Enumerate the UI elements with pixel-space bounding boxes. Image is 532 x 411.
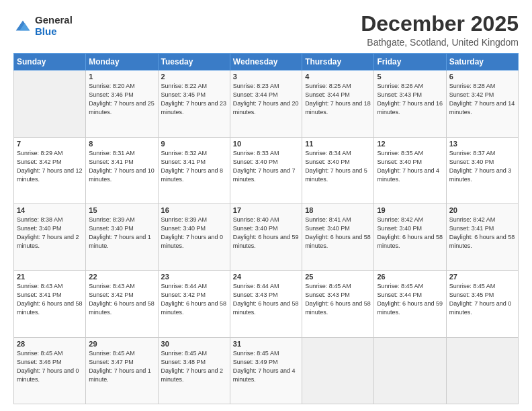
day-number: 11	[305, 140, 371, 148]
cell-w5-d2: 29Sunrise: 8:45 AMSunset: 3:47 PMDayligh…	[86, 337, 158, 404]
cell-w1-d1	[14, 71, 86, 137]
main-title: December 2025	[361, 12, 519, 36]
header-monday: Monday	[86, 54, 158, 71]
day-number: 19	[377, 206, 443, 214]
week-row-4: 21Sunrise: 8:43 AMSunset: 3:41 PMDayligh…	[14, 271, 519, 337]
day-number: 18	[305, 206, 371, 214]
day-number: 5	[377, 73, 443, 81]
cell-w1-d6: 5Sunrise: 8:26 AMSunset: 3:43 PMDaylight…	[374, 71, 446, 137]
day-number: 13	[449, 140, 515, 148]
day-info: Sunrise: 8:39 AMSunset: 3:40 PMDaylight:…	[89, 216, 154, 250]
day-number: 12	[377, 140, 443, 148]
header-wednesday: Wednesday	[230, 54, 302, 71]
day-number: 22	[89, 273, 154, 281]
header-friday: Friday	[374, 54, 446, 71]
logo-general-text: General	[35, 15, 73, 26]
cell-w1-d7: 6Sunrise: 8:28 AMSunset: 3:42 PMDaylight…	[446, 71, 518, 137]
cell-w3-d1: 14Sunrise: 8:38 AMSunset: 3:40 PMDayligh…	[14, 203, 86, 270]
cell-w4-d6: 26Sunrise: 8:45 AMSunset: 3:44 PMDayligh…	[374, 271, 446, 337]
cell-w2-d3: 9Sunrise: 8:32 AMSunset: 3:41 PMDaylight…	[158, 137, 230, 203]
day-info: Sunrise: 8:37 AMSunset: 3:40 PMDaylight:…	[449, 149, 515, 184]
calendar-table: Sunday Monday Tuesday Wednesday Thursday…	[13, 53, 519, 404]
day-info: Sunrise: 8:20 AMSunset: 3:46 PMDaylight:…	[89, 82, 154, 117]
cell-w2-d1: 7Sunrise: 8:29 AMSunset: 3:42 PMDaylight…	[14, 137, 86, 203]
cell-w4-d3: 23Sunrise: 8:44 AMSunset: 3:42 PMDayligh…	[158, 271, 230, 337]
cell-w4-d2: 22Sunrise: 8:43 AMSunset: 3:42 PMDayligh…	[86, 271, 158, 337]
calendar-body: 1Sunrise: 8:20 AMSunset: 3:46 PMDaylight…	[14, 71, 519, 404]
day-number: 6	[449, 73, 515, 81]
day-info: Sunrise: 8:40 AMSunset: 3:40 PMDaylight:…	[233, 216, 299, 250]
day-number: 9	[161, 140, 227, 148]
day-number: 7	[17, 140, 83, 148]
day-number: 27	[449, 273, 515, 281]
day-info: Sunrise: 8:45 AMSunset: 3:46 PMDaylight:…	[17, 349, 83, 384]
day-info: Sunrise: 8:35 AMSunset: 3:40 PMDaylight:…	[377, 149, 443, 184]
day-number: 23	[161, 273, 227, 281]
day-info: Sunrise: 8:45 AMSunset: 3:49 PMDaylight:…	[233, 349, 299, 384]
day-info: Sunrise: 8:43 AMSunset: 3:42 PMDaylight:…	[89, 282, 154, 317]
header: General Blue December 2025 Bathgate, Sco…	[13, 12, 519, 48]
cell-w3-d6: 19Sunrise: 8:42 AMSunset: 3:40 PMDayligh…	[374, 203, 446, 270]
cell-w3-d3: 16Sunrise: 8:39 AMSunset: 3:40 PMDayligh…	[158, 203, 230, 270]
cell-w1-d3: 2Sunrise: 8:22 AMSunset: 3:45 PMDaylight…	[158, 71, 230, 137]
day-info: Sunrise: 8:43 AMSunset: 3:41 PMDaylight:…	[17, 282, 83, 317]
cell-w5-d6	[374, 337, 446, 404]
day-number: 3	[233, 73, 299, 81]
day-number: 25	[305, 273, 371, 281]
day-number: 26	[377, 273, 443, 281]
logo-text: General Blue	[35, 15, 73, 37]
week-row-3: 14Sunrise: 8:38 AMSunset: 3:40 PMDayligh…	[14, 203, 519, 270]
header-sunday: Sunday	[14, 54, 86, 71]
day-info: Sunrise: 8:39 AMSunset: 3:40 PMDaylight:…	[161, 216, 227, 250]
day-number: 2	[161, 73, 227, 81]
cell-w4-d1: 21Sunrise: 8:43 AMSunset: 3:41 PMDayligh…	[14, 271, 86, 337]
day-info: Sunrise: 8:34 AMSunset: 3:40 PMDaylight:…	[305, 149, 371, 184]
cell-w3-d7: 20Sunrise: 8:42 AMSunset: 3:41 PMDayligh…	[446, 203, 518, 270]
title-section: December 2025 Bathgate, Scotland, United…	[361, 12, 519, 48]
day-number: 10	[233, 140, 299, 148]
week-row-5: 28Sunrise: 8:45 AMSunset: 3:46 PMDayligh…	[14, 337, 519, 404]
day-info: Sunrise: 8:23 AMSunset: 3:44 PMDaylight:…	[233, 82, 299, 117]
logo: General Blue	[13, 15, 73, 37]
day-info: Sunrise: 8:38 AMSunset: 3:40 PMDaylight:…	[17, 216, 83, 250]
cell-w3-d5: 18Sunrise: 8:41 AMSunset: 3:40 PMDayligh…	[302, 203, 374, 270]
cell-w5-d5	[302, 337, 374, 404]
cell-w1-d5: 4Sunrise: 8:25 AMSunset: 3:44 PMDaylight…	[302, 71, 374, 137]
day-info: Sunrise: 8:42 AMSunset: 3:40 PMDaylight:…	[377, 216, 443, 250]
day-info: Sunrise: 8:45 AMSunset: 3:45 PMDaylight:…	[449, 282, 515, 317]
cell-w5-d4: 31Sunrise: 8:45 AMSunset: 3:49 PMDayligh…	[230, 337, 302, 404]
day-info: Sunrise: 8:31 AMSunset: 3:41 PMDaylight:…	[89, 149, 154, 184]
day-number: 21	[17, 273, 83, 281]
day-info: Sunrise: 8:28 AMSunset: 3:42 PMDaylight:…	[449, 82, 515, 117]
cell-w2-d5: 11Sunrise: 8:34 AMSunset: 3:40 PMDayligh…	[302, 137, 374, 203]
header-row: Sunday Monday Tuesday Wednesday Thursday…	[14, 54, 519, 71]
week-row-2: 7Sunrise: 8:29 AMSunset: 3:42 PMDaylight…	[14, 137, 519, 203]
day-info: Sunrise: 8:29 AMSunset: 3:42 PMDaylight:…	[17, 149, 83, 184]
page: General Blue December 2025 Bathgate, Sco…	[0, 0, 532, 411]
day-info: Sunrise: 8:33 AMSunset: 3:40 PMDaylight:…	[233, 149, 299, 184]
day-info: Sunrise: 8:44 AMSunset: 3:42 PMDaylight:…	[161, 282, 227, 317]
cell-w1-d4: 3Sunrise: 8:23 AMSunset: 3:44 PMDaylight…	[230, 71, 302, 137]
day-info: Sunrise: 8:22 AMSunset: 3:45 PMDaylight:…	[161, 82, 227, 117]
header-saturday: Saturday	[446, 54, 518, 71]
day-number: 14	[17, 206, 83, 214]
day-info: Sunrise: 8:26 AMSunset: 3:43 PMDaylight:…	[377, 82, 443, 117]
day-number: 24	[233, 273, 299, 281]
day-number: 16	[161, 206, 227, 214]
calendar-header: Sunday Monday Tuesday Wednesday Thursday…	[14, 54, 519, 71]
day-info: Sunrise: 8:41 AMSunset: 3:40 PMDaylight:…	[305, 216, 371, 250]
day-info: Sunrise: 8:45 AMSunset: 3:43 PMDaylight:…	[305, 282, 371, 317]
week-row-1: 1Sunrise: 8:20 AMSunset: 3:46 PMDaylight…	[14, 71, 519, 137]
day-number: 1	[89, 73, 154, 81]
day-info: Sunrise: 8:42 AMSunset: 3:41 PMDaylight:…	[449, 216, 515, 250]
cell-w4-d4: 24Sunrise: 8:44 AMSunset: 3:43 PMDayligh…	[230, 271, 302, 337]
day-info: Sunrise: 8:45 AMSunset: 3:48 PMDaylight:…	[161, 349, 227, 384]
day-info: Sunrise: 8:45 AMSunset: 3:47 PMDaylight:…	[89, 349, 154, 384]
day-info: Sunrise: 8:32 AMSunset: 3:41 PMDaylight:…	[161, 149, 227, 184]
day-number: 30	[161, 340, 227, 348]
cell-w1-d2: 1Sunrise: 8:20 AMSunset: 3:46 PMDaylight…	[86, 71, 158, 137]
header-thursday: Thursday	[302, 54, 374, 71]
day-info: Sunrise: 8:44 AMSunset: 3:43 PMDaylight:…	[233, 282, 299, 317]
cell-w2-d4: 10Sunrise: 8:33 AMSunset: 3:40 PMDayligh…	[230, 137, 302, 203]
day-number: 8	[89, 140, 154, 148]
